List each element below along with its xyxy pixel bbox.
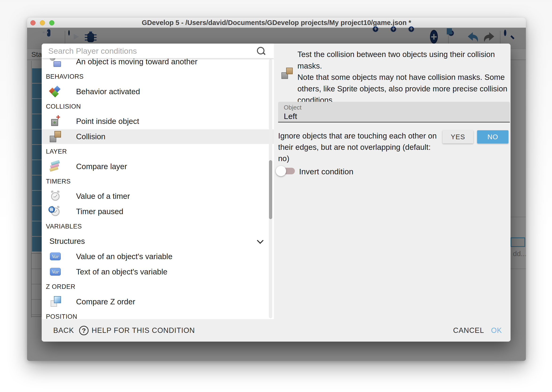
list-item[interactable]: Value of a timer	[42, 189, 274, 203]
help-button[interactable]: HELP FOR THIS CONDITION	[92, 319, 195, 342]
list-item-selected[interactable]: Collision	[42, 129, 274, 144]
invert-condition-toggle-thumb[interactable]	[276, 166, 286, 176]
help-icon[interactable]: ?	[79, 326, 89, 335]
list-item[interactable]: Point inside object	[42, 114, 274, 129]
condition-editor-dialog: An object is moving toward another BEHAV…	[42, 44, 511, 342]
object-field[interactable]: Object Left	[278, 102, 510, 123]
collision-icon	[49, 131, 62, 143]
point-inside-object-icon	[49, 115, 62, 127]
list-item[interactable]: Compare layer	[42, 159, 274, 174]
dialog-footer: BACK ? HELP FOR THIS CONDITION CANCEL OK	[42, 319, 511, 342]
screen: GDevelop 5 - /Users/david/Documents/GDev…	[0, 0, 552, 392]
list-item[interactable]: Var Text of an object's variable	[42, 265, 274, 279]
search-input[interactable]	[48, 45, 251, 57]
object-field-label: Object	[284, 104, 301, 111]
behavior-icon	[49, 85, 62, 98]
collision-icon	[281, 67, 293, 79]
timer-icon	[49, 190, 62, 202]
object-field-value: Left	[284, 112, 297, 121]
no-button[interactable]: NO	[477, 130, 508, 143]
section-header: Z ORDER	[42, 279, 274, 294]
variable-icon: Var	[50, 268, 61, 276]
ok-button[interactable]: OK	[491, 319, 502, 342]
titlebar: GDevelop 5 - /Users/david/Documents/GDev…	[27, 18, 526, 28]
condition-list-panel: An object is moving toward another BEHAV…	[42, 44, 274, 319]
ignore-edges-label: Ignore objects that are touching each ot…	[278, 130, 438, 164]
yes-button[interactable]: YES	[442, 130, 473, 143]
condition-description: Test the collision between two objects u…	[297, 49, 511, 106]
search-icon	[256, 46, 266, 56]
list-item[interactable]: Var Value of an object's variable	[42, 249, 274, 264]
structures-group-row[interactable]: Structures	[42, 234, 274, 249]
list-item[interactable]: Timer paused	[42, 204, 274, 219]
search-bar	[42, 44, 274, 58]
list-item[interactable]: Behavior activated	[42, 84, 274, 99]
timer-paused-icon	[49, 205, 62, 218]
cancel-button[interactable]: CANCEL	[453, 319, 484, 342]
section-header: TIMERS	[42, 174, 274, 189]
z-order-icon	[49, 296, 62, 308]
list-item[interactable]: Compare Z order	[42, 294, 274, 309]
layers-icon	[49, 161, 62, 173]
condition-detail-panel: Test the collision between two objects u…	[274, 44, 511, 319]
window-title: GDevelop 5 - /Users/david/Documents/GDev…	[27, 18, 526, 28]
invert-condition-label: Invert condition	[299, 167, 353, 176]
section-header: COLLISION	[42, 99, 274, 114]
list-scrollbar-thumb[interactable]	[269, 160, 272, 219]
chevron-down-icon	[257, 237, 263, 244]
back-button[interactable]: BACK	[53, 319, 74, 342]
section-header: VARIABLES	[42, 219, 274, 234]
section-header: POSITION	[42, 309, 274, 319]
section-header: BEHAVIORS	[42, 69, 274, 84]
section-header: LAYER	[42, 144, 274, 159]
variable-icon: Var	[50, 252, 61, 260]
